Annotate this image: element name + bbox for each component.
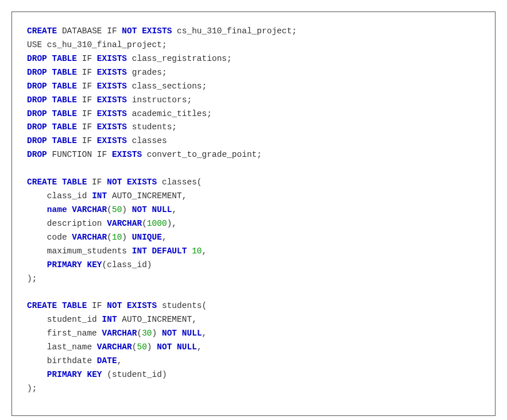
code-token: code (27, 233, 72, 242)
code-token: 10 (112, 233, 122, 242)
code-token: IF (77, 54, 97, 63)
code-token: ) (122, 233, 131, 242)
sql-code: CREATE DATABASE IF NOT EXISTS cs_hu_310_… (27, 25, 480, 396)
code-token: NOT NULL (162, 329, 202, 338)
code-token: ( (107, 233, 112, 242)
code-token: 50 (137, 342, 146, 352)
code-token: PRIMARY KEY (47, 370, 102, 379)
code-token: CREATE TABLE (27, 178, 87, 187)
code-token: ( (107, 205, 112, 214)
code-token: EXISTS (97, 109, 127, 118)
code-token: ) (147, 342, 157, 352)
code-token: IF (77, 95, 97, 105)
code-token: birthdate (27, 356, 97, 365)
code-token: IF (87, 301, 107, 310)
code-token: instructors; (127, 95, 192, 105)
code-box: CREATE DATABASE IF NOT EXISTS cs_hu_310_… (11, 11, 496, 416)
code-token: NOT EXISTS (107, 178, 157, 187)
code-token: VARCHAR (102, 329, 137, 338)
code-token: NOT EXISTS (107, 301, 157, 310)
code-token: EXISTS (97, 68, 127, 77)
code-token: VARCHAR (72, 233, 107, 242)
code-token: cs_hu_310_final_project; (172, 26, 297, 36)
code-token: ); (27, 274, 37, 283)
code-token: class_registrations; (127, 54, 232, 63)
code-token: academic_titles; (127, 109, 212, 118)
code-token: 30 (142, 329, 152, 338)
code-token: IF (87, 178, 107, 187)
code-token: DATE (97, 356, 117, 365)
code-token: DATABASE IF (57, 26, 122, 36)
code-token: DROP (27, 150, 47, 159)
code-token: (class_id) (102, 260, 152, 269)
code-token: 1000 (147, 219, 167, 228)
code-token: IF (77, 136, 97, 145)
code-token: AUTO_INCREMENT, (117, 315, 197, 324)
code-token: , (197, 342, 202, 352)
code-token: INT DEFAULT (132, 246, 192, 256)
code-token: classes (127, 136, 167, 145)
code-token: ), (167, 219, 177, 228)
code-token: students; (127, 122, 177, 132)
code-token: IF (77, 122, 97, 132)
code-token (27, 205, 47, 214)
code-token: class_sections; (127, 82, 207, 91)
code-token: USE cs_hu_310_final_project; (27, 40, 167, 49)
code-token: ( (137, 329, 142, 338)
code-token: DROP TABLE (27, 122, 77, 132)
code-token (27, 370, 47, 379)
code-token: AUTO_INCREMENT, (107, 191, 187, 201)
code-token: 50 (112, 205, 122, 214)
code-token: ( (142, 219, 147, 228)
code-token: EXISTS (97, 54, 127, 63)
code-token: INT (102, 315, 117, 324)
code-token: ) (152, 329, 162, 338)
code-token: NOT NULL (157, 342, 197, 352)
code-token: maximum_students (27, 246, 132, 256)
code-token: DROP TABLE (27, 68, 77, 77)
code-token: , (202, 246, 207, 256)
code-token: FUNCTION IF (47, 150, 112, 159)
code-token: UNIQUE (132, 233, 162, 242)
code-token: first_name (27, 329, 102, 338)
code-token: EXISTS (97, 95, 127, 105)
code-token: EXISTS (112, 150, 142, 159)
code-token: CREATE TABLE (27, 301, 87, 310)
code-token: name VARCHAR (47, 205, 107, 214)
code-token: DROP TABLE (27, 109, 77, 118)
code-token: , (117, 356, 122, 365)
code-token: EXISTS (97, 82, 127, 91)
code-token: ) (122, 205, 131, 214)
code-token: DROP TABLE (27, 54, 77, 63)
code-token: DROP TABLE (27, 136, 77, 145)
code-token: DROP TABLE (27, 82, 77, 91)
code-token: class_id (27, 191, 92, 201)
code-token: NOT EXISTS (122, 26, 172, 36)
code-token: classes( (157, 178, 202, 187)
code-token: IF (77, 68, 97, 77)
code-token: description (27, 219, 107, 228)
code-token: EXISTS (97, 136, 127, 145)
code-token: ); (27, 384, 37, 393)
code-token: , (172, 205, 177, 214)
code-token: student_id (27, 315, 102, 324)
code-token: PRIMARY KEY (47, 260, 102, 269)
code-token: 10 (192, 246, 202, 256)
code-token: VARCHAR (107, 219, 142, 228)
code-token: last_name (27, 342, 97, 352)
code-token: IF (77, 109, 97, 118)
code-token: CREATE (27, 26, 57, 36)
code-token: grades; (127, 68, 167, 77)
code-token: DROP TABLE (27, 95, 77, 105)
code-token: EXISTS (97, 122, 127, 132)
code-token: IF (77, 82, 97, 91)
code-token: students( (157, 301, 207, 310)
code-token: convert_to_grade_point; (142, 150, 262, 159)
code-token: NOT NULL (132, 205, 172, 214)
code-token: INT (92, 191, 107, 201)
code-token (27, 260, 47, 269)
code-token: (student_id) (102, 370, 167, 379)
code-token: VARCHAR (97, 342, 132, 352)
code-token: , (202, 329, 207, 338)
code-token: , (162, 233, 167, 242)
